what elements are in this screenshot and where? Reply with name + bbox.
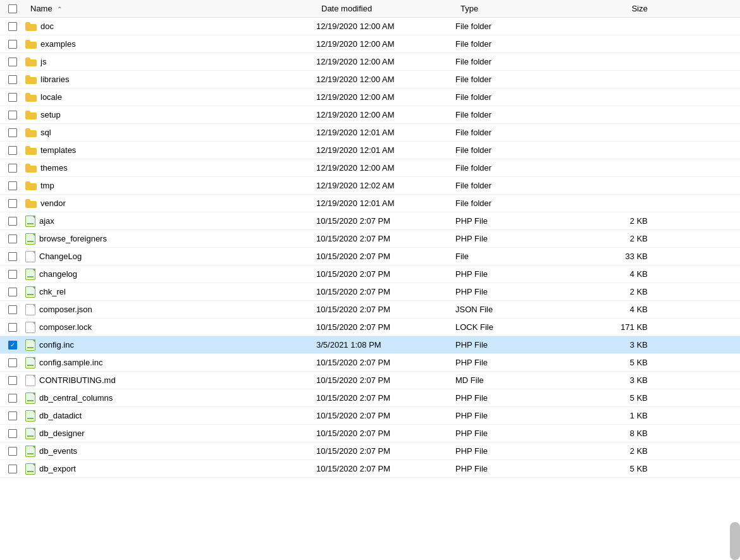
row-checkbox[interactable] [8,22,17,31]
col-type-label: Type [460,4,478,13]
table-row[interactable]: db_export10/15/2020 2:07 PMPHP File5 KB [0,460,740,478]
row-checkbox[interactable] [8,199,17,208]
table-row[interactable]: config.inc3/5/2021 1:08 PMPHP File3 KB [0,336,740,354]
row-name-cell: db_export [25,463,316,475]
table-row[interactable]: config.sample.inc10/15/2020 2:07 PMPHP F… [0,354,740,372]
table-row[interactable]: setup12/19/2020 12:00 AMFile folder [0,106,740,124]
table-row[interactable]: ajax10/15/2020 2:07 PMPHP File2 KB [0,212,740,230]
row-checkbox[interactable] [8,270,17,279]
header-size[interactable]: Size [582,3,658,15]
folder-icon [25,199,37,208]
file-name: CONTRIBUTING.md [39,375,116,385]
row-name-cell: config.inc [25,339,316,351]
row-checkbox[interactable] [8,394,17,403]
row-checkbox[interactable] [8,40,17,49]
table-row[interactable]: db_designer10/15/2020 2:07 PMPHP File8 K… [0,425,740,442]
table-row[interactable]: themes12/19/2020 12:00 AMFile folder [0,159,740,177]
row-checkbox-cell [0,93,25,102]
row-checkbox-cell [0,234,25,243]
php-file-icon [25,393,35,404]
row-date: 12/19/2020 12:01 AM [316,198,455,208]
row-checkbox[interactable] [8,75,17,84]
row-checkbox[interactable] [8,358,17,367]
row-checkbox[interactable] [8,429,17,438]
table-row[interactable]: chk_rel10/15/2020 2:07 PMPHP File2 KB [0,283,740,301]
row-checkbox-cell [0,181,25,190]
folder-icon [25,93,37,102]
select-all-checkbox[interactable] [8,4,17,13]
table-row[interactable]: vendor12/19/2020 12:01 AMFile folder [0,195,740,212]
row-checkbox-cell [0,75,25,84]
row-checkbox[interactable] [8,465,17,473]
row-date: 12/19/2020 12:00 AM [316,163,455,173]
row-date: 10/15/2020 2:07 PM [316,429,455,438]
row-type: File folder [455,75,582,84]
table-row[interactable]: templates12/19/2020 12:01 AMFile folder [0,142,740,159]
row-checkbox[interactable] [8,146,17,155]
row-name-cell: sql [25,128,316,137]
row-checkbox[interactable] [8,128,17,137]
table-row[interactable]: libraries12/19/2020 12:00 AMFile folder [0,71,740,88]
row-checkbox[interactable] [8,111,17,119]
row-type: PHP File [455,340,582,350]
row-type: PHP File [455,464,582,473]
file-name: config.inc [39,340,74,350]
row-type: PHP File [455,269,582,279]
table-row[interactable]: db_events10/15/2020 2:07 PMPHP File2 KB [0,442,740,460]
row-type: PHP File [455,429,582,438]
row-size: 2 KB [582,446,658,456]
row-checkbox[interactable] [8,93,17,102]
row-checkbox-cell [0,465,25,473]
row-type: File folder [455,110,582,119]
table-row[interactable]: examples12/19/2020 12:00 AMFile folder [0,35,740,53]
row-date: 10/15/2020 2:07 PM [316,375,455,385]
row-checkbox[interactable] [8,447,17,456]
file-name: browse_foreigners [39,234,107,243]
row-type: PHP File [455,216,582,226]
table-row[interactable]: tmp12/19/2020 12:02 AMFile folder [0,177,740,195]
row-checkbox[interactable] [8,411,17,420]
row-checkbox[interactable] [8,376,17,385]
row-checkbox[interactable] [8,341,17,350]
table-row[interactable]: ChangeLog10/15/2020 2:07 PMFile33 KB [0,248,740,265]
table-row[interactable]: db_datadict10/15/2020 2:07 PMPHP File1 K… [0,407,740,425]
table-row[interactable]: composer.json10/15/2020 2:07 PMJSON File… [0,301,740,319]
header-type[interactable]: Type [455,3,582,15]
table-row[interactable]: CONTRIBUTING.md10/15/2020 2:07 PMMD File… [0,372,740,389]
row-checkbox[interactable] [8,181,17,190]
table-row[interactable]: db_central_columns10/15/2020 2:07 PMPHP … [0,389,740,407]
table-row[interactable]: js12/19/2020 12:00 AMFile folder [0,53,740,71]
table-row[interactable]: doc12/19/2020 12:00 AMFile folder [0,18,740,35]
row-checkbox[interactable] [8,234,17,243]
row-checkbox-cell [0,376,25,385]
row-date: 10/15/2020 2:07 PM [316,464,455,473]
row-size: 5 KB [582,464,658,473]
row-checkbox[interactable] [8,305,17,314]
row-checkbox-cell [0,40,25,49]
row-checkbox[interactable] [8,217,17,226]
table-row[interactable]: browse_foreigners10/15/2020 2:07 PMPHP F… [0,230,740,248]
row-type: PHP File [455,393,582,403]
header-row: Name ⌃ Date modified Type Size [0,0,740,18]
header-date[interactable]: Date modified [316,3,455,15]
row-checkbox-cell [0,323,25,332]
table-row[interactable]: composer.lock10/15/2020 2:07 PMLOCK File… [0,319,740,336]
row-size: 2 KB [582,234,658,243]
row-date: 10/15/2020 2:07 PM [316,269,455,279]
table-row[interactable]: changelog10/15/2020 2:07 PMPHP File4 KB [0,265,740,283]
col-size-label: Size [632,4,648,13]
file-name: locale [40,92,62,102]
table-row[interactable]: sql12/19/2020 12:01 AMFile folder [0,124,740,142]
row-name-cell: CONTRIBUTING.md [25,375,316,386]
row-date: 12/19/2020 12:00 AM [316,92,455,102]
row-checkbox[interactable] [8,164,17,173]
header-name[interactable]: Name ⌃ [25,3,316,15]
scrollbar[interactable] [730,522,740,560]
file-name: db_designer [39,429,85,438]
row-checkbox[interactable] [8,323,17,332]
row-checkbox[interactable] [8,58,17,66]
row-checkbox[interactable] [8,252,17,261]
table-row[interactable]: locale12/19/2020 12:00 AMFile folder [0,88,740,106]
row-checkbox[interactable] [8,288,17,296]
file-name: templates [40,145,76,155]
